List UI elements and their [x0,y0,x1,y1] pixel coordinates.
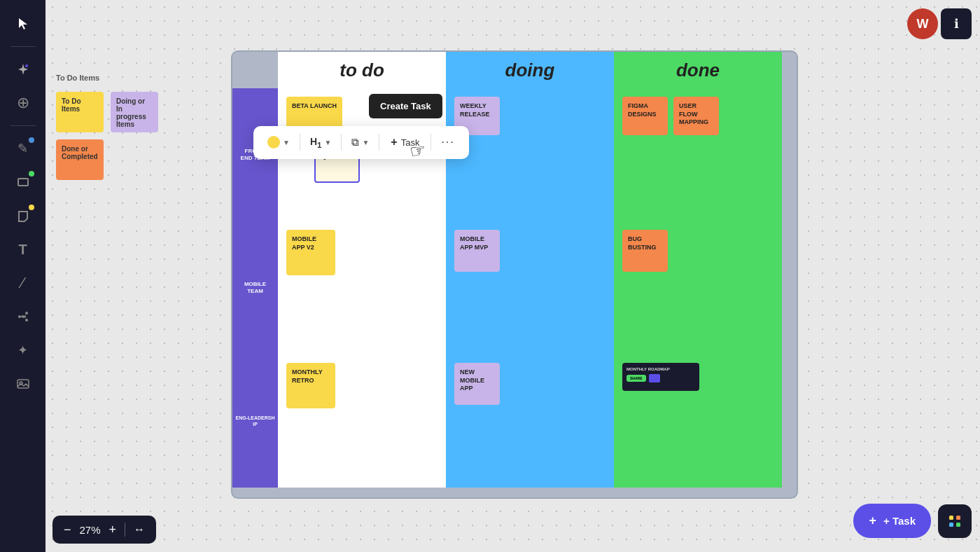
toolbar-divider-2 [341,134,342,151]
card-bug-busting[interactable]: BUG BUSTING [622,230,668,272]
column-header-doing: doing [446,52,614,88]
cell-frontend-done: FIGMA DESIGNS USER FLOW MAPPING [614,88,782,221]
card-mobile-app-mvp[interactable]: MOBILE APP MVP [454,230,500,272]
row-label-mobile: MOBILE TEAM [232,221,278,354]
zoom-bar: − 27% + ↔ [52,516,156,544]
heading-label: H1 [310,136,322,149]
sticky-panel-label: To Do Items [56,74,158,82]
line-icon[interactable]: ∕ [8,268,38,298]
svg-rect-10 [949,516,953,520]
svg-point-2 [18,315,21,318]
sparkle-icon[interactable] [8,54,38,85]
rectangle-icon[interactable] [8,167,38,198]
sticky-note-icon[interactable] [8,200,38,231]
kanban-grid: to do doing done FRONT- END TEAM BETA LA… [232,52,797,497]
clone-icon: ⧉ [351,136,359,149]
toolbar-divider-3 [379,134,379,151]
svg-rect-1 [18,179,28,186]
svg-rect-11 [956,516,960,520]
toolbar-add-task-button[interactable]: + Task [384,132,426,153]
image-icon[interactable] [8,368,38,399]
more-icon: ··· [441,136,454,149]
chevron-down-icon: ▼ [283,139,290,146]
sidebar-divider-1 [10,46,36,47]
svg-rect-12 [949,523,953,527]
pen-icon[interactable]: ✎ [8,133,38,164]
cell-mobile-done: BUG BUSTING [614,221,782,354]
cell-frontend-doing: WEEKLY RELEASE [446,88,614,221]
plus-icon: + [391,136,397,149]
sticky-notes-row-2: Done or Completed [56,139,158,180]
zoom-percent: 27% [80,524,101,536]
card-user-flow-mapping[interactable]: USER FLOW MAPPING [673,97,719,135]
zoom-out-button[interactable]: − [64,523,71,536]
cell-leadership-todo: MONTHLY RETRO [278,354,446,488]
svg-point-3 [25,312,28,315]
node-icon[interactable] [8,301,38,332]
color-dot [267,136,280,149]
sticky-notes-panel: To Do Items To Do Items Doing or In prog… [56,74,158,180]
row-label-leadership: ENG-LEADERSHIP [232,354,278,488]
corner-cell [232,52,278,88]
zoom-in-button[interactable]: + [109,523,117,536]
text-icon[interactable]: T [8,234,38,265]
fab-plus-icon: + [869,513,876,528]
card-monthly-retro[interactable]: MONTHLY RETRO [286,363,335,408]
sticky-notes-row-1: To Do Items Doing or In progress Items [56,92,158,132]
toolbar-heading-button[interactable]: H1 ▼ [304,132,337,153]
user-avatar[interactable]: W [907,8,938,39]
zoom-divider [125,523,125,537]
sidebar-divider-2 [10,125,36,126]
cell-leadership-doing: NEW MOBILE APP [446,354,614,488]
sticky-note-done[interactable]: Done or Completed [56,139,104,180]
sticky-note-todo[interactable]: To Do Items [56,92,104,132]
card-mobile-app-v2[interactable]: MOBILE APP V2 [286,230,335,275]
svg-point-0 [25,64,28,67]
zoom-fit-icon[interactable]: ↔ [134,523,145,536]
sidebar: ⊕ ✎ T ∕ ✦ [0,0,46,552]
floating-toolbar: ▼ H1 ▼ ⧉ ▼ + Task ··· [253,126,469,159]
add-task-label: Task [401,137,420,148]
grid-view-button[interactable] [938,504,972,538]
svg-point-4 [25,319,28,322]
heading-chevron: ▼ [325,139,332,146]
toolbar-divider-1 [300,134,300,151]
toolbar-clone-button[interactable]: ⧉ ▼ [346,132,374,153]
card-roadmap-title: MONTHLY ROADMAP [626,367,695,371]
column-header-done: done [614,52,782,88]
toolbar-color-button[interactable]: ▼ [262,132,295,153]
svg-rect-13 [956,523,960,527]
kanban-board: to do doing done FRONT- END TEAM BETA LA… [231,50,798,499]
toolbar-divider-4 [430,134,431,151]
add-task-fab-button[interactable]: + + Task [853,504,931,538]
card-new-mobile-app[interactable]: NEW MOBILE APP [454,363,500,405]
sticky-note-doing[interactable]: Doing or In progress Items [111,92,158,132]
info-button[interactable]: ℹ [941,8,972,39]
cell-mobile-doing: MOBILE APP MVP [446,221,614,354]
svg-rect-8 [18,380,29,388]
card-figma-designs[interactable]: FIGMA DESIGNS [622,97,668,135]
toolbar-more-button[interactable]: ··· [435,132,460,153]
create-task-tooltip: Create Task [369,94,442,118]
top-right-controls: W ℹ [907,8,972,39]
fab-task-label: + Task [883,515,916,527]
cell-mobile-todo: MOBILE APP V2 [278,221,446,354]
card-monthly-roadmap[interactable]: MONTHLY ROADMAP SHARE [622,363,699,391]
cursor-icon[interactable] [8,8,38,39]
globe-icon[interactable]: ⊕ [8,88,38,118]
clone-chevron: ▼ [362,139,369,146]
cell-leadership-done: MONTHLY ROADMAP SHARE [614,354,782,488]
column-header-todo: to do [278,52,446,88]
magic-icon[interactable]: ✦ [8,335,38,366]
